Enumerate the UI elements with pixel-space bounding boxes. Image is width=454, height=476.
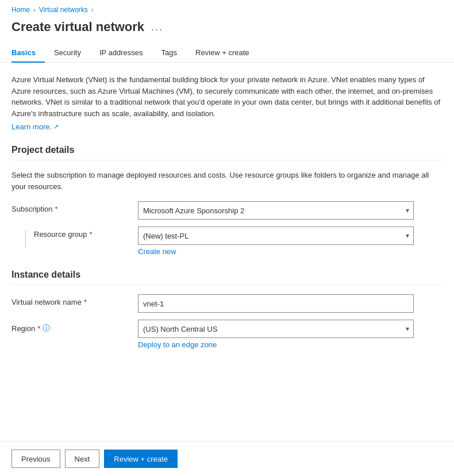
breadcrumb-virtual-networks[interactable]: Virtual networks: [39, 6, 88, 14]
vnet-name-control: [138, 294, 414, 313]
learn-more-link[interactable]: Learn more. ↗: [11, 122, 59, 131]
subscription-select-wrapper: Microsoft Azure Sponsorship 2 ▾: [138, 201, 414, 220]
project-details-divider: [11, 160, 443, 160]
tab-review-create[interactable]: Review + create: [186, 44, 259, 63]
resource-group-control: (New) test-PL ▾ Create new: [138, 227, 414, 256]
review-create-button[interactable]: Review + create: [104, 450, 178, 468]
vnet-name-label: Virtual network name *: [11, 294, 138, 306]
external-link-icon: ↗: [53, 123, 59, 130]
subscription-group: Subscription * Microsoft Azure Sponsorsh…: [11, 201, 443, 220]
resource-group-select-wrapper: (New) test-PL ▾: [138, 227, 414, 245]
vnet-description: Azure Virtual Network (VNet) is the fund…: [11, 74, 443, 119]
ellipsis-menu-button[interactable]: ...: [149, 21, 166, 33]
breadcrumb: Home › Virtual networks ›: [0, 0, 454, 17]
resource-group-required: *: [90, 230, 93, 239]
vnet-name-group: Virtual network name *: [11, 294, 443, 313]
page-title: Create virtual network: [11, 20, 144, 34]
region-select[interactable]: (US) North Central US: [138, 320, 414, 338]
resource-group-label-wrapper: Resource group *: [11, 227, 138, 248]
tab-ip-addresses[interactable]: IP addresses: [90, 44, 152, 63]
main-content: Azure Virtual Network (VNet) is the fund…: [0, 63, 454, 349]
breadcrumb-home[interactable]: Home: [11, 6, 30, 14]
tab-tags[interactable]: Tags: [152, 44, 186, 63]
region-select-wrapper: (US) North Central US ▾: [138, 320, 414, 338]
tabs-row: Basics Security IP addresses Tags Review…: [0, 44, 454, 63]
region-group: Region * ⓘ (US) North Central US ▾ Deplo…: [11, 320, 443, 349]
page-title-row: Create virtual network ...: [0, 17, 454, 44]
subscription-select[interactable]: Microsoft Azure Sponsorship 2: [138, 201, 414, 220]
subscription-control: Microsoft Azure Sponsorship 2 ▾: [138, 201, 414, 220]
next-button[interactable]: Next: [65, 450, 100, 468]
tab-basics[interactable]: Basics: [11, 44, 45, 63]
region-required: *: [37, 324, 40, 333]
breadcrumb-sep-1: ›: [33, 6, 36, 13]
create-new-link[interactable]: Create new: [138, 247, 176, 256]
footer: Previous Next Review + create: [0, 441, 454, 476]
instance-details-title: Instance details: [11, 270, 443, 280]
previous-button[interactable]: Previous: [11, 450, 60, 468]
vnet-name-required: *: [84, 298, 87, 306]
tab-security[interactable]: Security: [45, 44, 90, 63]
project-details-title: Project details: [11, 145, 443, 155]
deploy-edge-zone-link[interactable]: Deploy to an edge zone: [138, 340, 217, 349]
instance-details-divider: [11, 285, 443, 285]
region-info-icon[interactable]: ⓘ: [43, 323, 50, 333]
region-label: Region * ⓘ: [11, 320, 138, 333]
vnet-name-input[interactable]: [138, 294, 414, 313]
project-details-desc: Select the subscription to manage deploy…: [11, 170, 443, 192]
subscription-required: *: [55, 205, 58, 213]
region-control: (US) North Central US ▾ Deploy to an edg…: [138, 320, 414, 349]
breadcrumb-sep-2: ›: [91, 6, 94, 13]
resource-group-group: Resource group * (New) test-PL ▾ Create …: [11, 227, 443, 256]
resource-group-select[interactable]: (New) test-PL: [138, 227, 414, 245]
subscription-label: Subscription *: [11, 201, 138, 213]
